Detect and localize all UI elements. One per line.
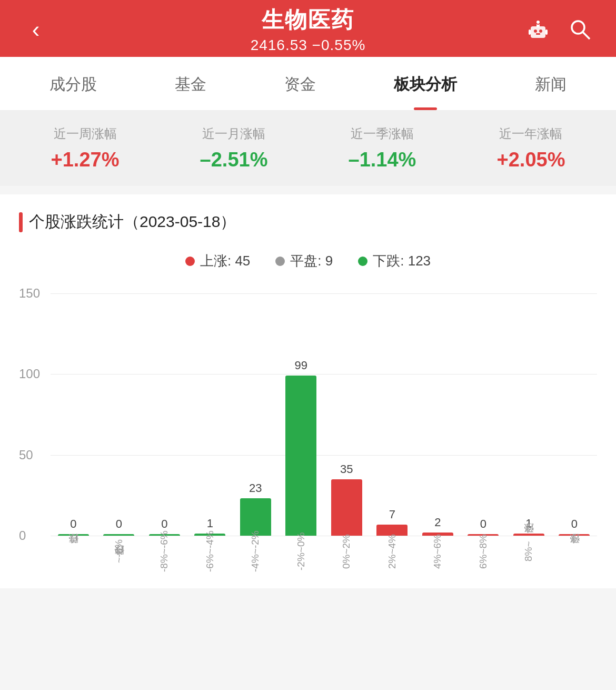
x-axis: 跌停跌停~-8%-8%~-6%-6%~-4%-4%~-2%-2%~0%0%~2%… <box>51 536 597 567</box>
bar-value-label: 7 <box>389 508 395 521</box>
back-button[interactable]: ‹ <box>21 15 51 44</box>
y-axis-label: 50 <box>19 449 33 461</box>
svg-rect-0 <box>531 26 545 38</box>
page-title: 生物医药 <box>251 5 366 35</box>
chart-inner: 150100500 000123993572010 跌停跌停~-8%-8%~-6… <box>51 293 597 567</box>
bar-rect <box>240 498 271 536</box>
stat-week-value: +1.27% <box>51 149 120 171</box>
stat-month: 近一月涨幅 –2.51% <box>200 125 268 171</box>
bar-group: 99 <box>279 293 324 536</box>
tab-funds[interactable]: 基金 <box>162 57 219 110</box>
bar-value-label: 0 <box>480 517 486 531</box>
y-axis-label: 100 <box>19 368 40 380</box>
legend-down: 下跌: 123 <box>358 252 431 270</box>
legend-dot-down <box>358 257 367 266</box>
bars-container: 000123993572010 <box>51 293 597 536</box>
x-axis-label: 跌停~-8% <box>96 536 142 567</box>
tab-sector-analysis[interactable]: 板块分析 <box>381 57 470 110</box>
x-axis-label: 2%~4% <box>370 536 415 567</box>
x-axis-label: 涨停 <box>552 536 598 567</box>
legend-flat: 平盘: 9 <box>275 252 333 270</box>
bar-value-label: 35 <box>340 462 353 476</box>
bar-group: 0 <box>142 293 187 536</box>
svg-rect-2 <box>539 29 542 33</box>
robot-icon <box>525 17 551 42</box>
stat-quarter-value: –1.14% <box>349 149 416 171</box>
stat-month-label: 近一月涨幅 <box>200 125 268 142</box>
svg-rect-1 <box>534 29 537 33</box>
tab-constituents[interactable]: 成分股 <box>37 57 110 110</box>
svg-point-8 <box>572 21 584 34</box>
svg-point-5 <box>536 20 540 24</box>
legend-down-label: 下跌: 123 <box>373 252 431 270</box>
stats-row: 近一周涨幅 +1.27% 近一月涨幅 –2.51% 近一季涨幅 –1.14% 近… <box>0 111 616 186</box>
tab-news[interactable]: 新闻 <box>522 57 579 110</box>
header: ‹ 生物医药 2416.53 −0.55% <box>0 0 616 57</box>
bar-group: 7 <box>370 293 415 536</box>
x-axis-label: -6%~-4% <box>187 536 233 567</box>
bar-value-label: 1 <box>525 517 532 530</box>
header-subtitle: 2416.53 −0.55% <box>251 37 366 54</box>
stat-week: 近一周涨幅 +1.27% <box>51 125 120 171</box>
legend-dot-flat <box>275 257 285 266</box>
header-center: 生物医药 2416.53 −0.55% <box>251 5 366 54</box>
bar-rect <box>285 376 316 536</box>
stat-quarter-label: 近一季涨幅 <box>349 125 416 142</box>
section-title-bar <box>19 212 23 232</box>
x-axis-label: 跌停 <box>51 536 96 567</box>
bar-value-label: 0 <box>70 517 76 531</box>
legend-up-label: 上涨: 45 <box>200 252 250 270</box>
tab-capital[interactable]: 资金 <box>272 57 329 110</box>
svg-line-9 <box>583 32 590 39</box>
x-axis-label: -4%~-2% <box>233 536 279 567</box>
legend-dot-up <box>185 257 195 266</box>
x-axis-label: -2%~0% <box>279 536 324 567</box>
bar-group: 0 <box>96 293 142 536</box>
bar-value-label: 0 <box>116 517 122 531</box>
bar-value-label: 99 <box>295 359 307 372</box>
chart-legend: 上涨: 45 平盘: 9 下跌: 123 <box>0 245 616 283</box>
stat-year: 近一年涨幅 +2.05% <box>497 125 565 171</box>
bar-value-label: 23 <box>249 481 262 495</box>
x-axis-label: 8%~涨停 <box>506 536 552 567</box>
stat-year-label: 近一年涨幅 <box>497 125 565 142</box>
bar-group: 0 <box>461 293 506 536</box>
bar-group: 2 <box>415 293 461 536</box>
chart-area: 150100500 000123993572010 跌停跌停~-8%-8%~-6… <box>0 283 616 588</box>
x-axis-label: 4%~6% <box>415 536 461 567</box>
bar-group: 1 <box>187 293 233 536</box>
search-button[interactable] <box>565 15 595 44</box>
svg-rect-3 <box>536 33 540 35</box>
robot-button[interactable] <box>523 15 553 44</box>
stat-month-value: –2.51% <box>200 149 268 171</box>
stat-quarter: 近一季涨幅 –1.14% <box>349 125 416 171</box>
bar-value-label: 1 <box>207 517 213 530</box>
stat-year-value: +2.05% <box>497 149 565 171</box>
x-axis-label: 6%~8% <box>461 536 506 567</box>
tabs-bar: 成分股 基金 资金 板块分析 新闻 <box>0 57 616 111</box>
bar-rect <box>331 479 362 536</box>
legend-flat-label: 平盘: 9 <box>290 252 333 270</box>
y-axis-label: 150 <box>19 287 40 300</box>
legend-up: 上涨: 45 <box>185 252 250 270</box>
y-axis-label: 0 <box>19 529 26 542</box>
svg-rect-7 <box>545 29 548 35</box>
bar-group: 23 <box>233 293 279 536</box>
x-axis-label: -8%~-6% <box>142 536 187 567</box>
bar-group: 0 <box>51 293 96 536</box>
section-title: 个股涨跌统计（2023-05-18） <box>0 194 616 245</box>
stat-week-label: 近一周涨幅 <box>51 125 120 142</box>
svg-rect-6 <box>529 29 531 35</box>
bar-group: 0 <box>552 293 598 536</box>
search-icon <box>569 18 592 41</box>
bar-value-label: 0 <box>571 517 578 531</box>
bar-group: 35 <box>324 293 370 536</box>
section-title-text: 个股涨跌统计（2023-05-18） <box>29 211 236 233</box>
x-axis-label: 0%~2% <box>324 536 370 567</box>
bar-value-label: 0 <box>161 517 167 531</box>
bar-value-label: 2 <box>434 516 441 529</box>
bar-group: 1 <box>506 293 552 536</box>
